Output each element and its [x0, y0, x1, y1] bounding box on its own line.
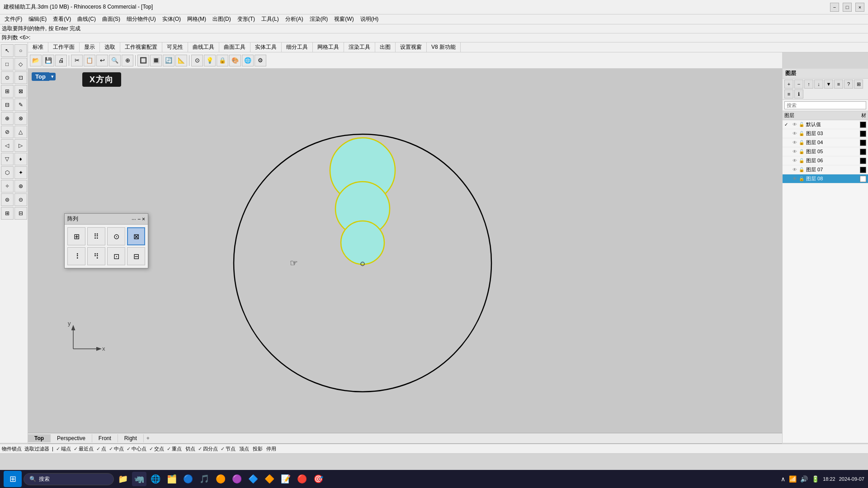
taskbar-app-4[interactable]: 🔶 [262, 472, 277, 486]
layer-lock-2[interactable]: 🔓 [799, 140, 804, 145]
left-toolbar-btn-19[interactable]: ✦ [14, 166, 27, 179]
taskbar-app-rhino[interactable]: 🦏 [132, 472, 146, 486]
tray-chevron[interactable]: ∧ [781, 475, 785, 483]
layer-item-0[interactable]: ✓👁🔓默认值 [783, 120, 868, 129]
tab-11[interactable]: 渲染工具 [344, 42, 375, 52]
start-button[interactable]: ⊞ [4, 471, 22, 487]
toolbar-btn-4[interactable]: 📋 [84, 55, 95, 66]
menu-item-U[interactable]: 细分物件(U) [124, 14, 159, 24]
main-viewport[interactable]: Top ▾ X方向 x y 阵列 ··· [28, 69, 782, 443]
layer-add-button[interactable]: + [784, 80, 793, 89]
bottom-tab-right[interactable]: Right [118, 434, 144, 442]
array-btn-6[interactable]: ⊡ [107, 247, 125, 265]
left-toolbar-btn-2[interactable]: □ [1, 58, 14, 70]
tab-0[interactable]: 标准 [28, 42, 48, 52]
toolbar-btn-8[interactable]: 🔲 [137, 55, 149, 66]
layer-lock-0[interactable]: 🔓 [799, 122, 804, 127]
taskbar-app-ae[interactable]: 🟣 [230, 472, 244, 486]
layer-lock-1[interactable]: 🔓 [799, 131, 804, 136]
snap-item-3[interactable]: ✓中点 [109, 446, 124, 452]
toolbar-btn-1[interactable]: 💾 [42, 55, 54, 66]
layer-color-4[interactable] [860, 158, 866, 164]
tab-5[interactable]: 可见性 [162, 42, 188, 52]
taskbar-app-3[interactable]: 🔷 [246, 472, 260, 486]
left-toolbar-btn-20[interactable]: ✧ [1, 180, 14, 192]
array-btn-7[interactable]: ⊟ [127, 247, 145, 265]
bottom-tab-front[interactable]: Front [92, 434, 118, 442]
left-toolbar-btn-16[interactable]: ▽ [1, 153, 14, 165]
toolbar-btn-5[interactable]: ↩ [96, 55, 108, 66]
taskbar-app-edge[interactable]: 🌐 [148, 472, 163, 486]
left-toolbar-btn-23[interactable]: ⊝ [14, 193, 27, 206]
left-toolbar-btn-13[interactable]: △ [14, 126, 27, 138]
bottom-tab-perspective[interactable]: Perspective [51, 434, 92, 442]
snap-item-5[interactable]: ✓交点 [149, 446, 164, 452]
left-toolbar-btn-21[interactable]: ⊛ [14, 180, 27, 192]
array-btn-4[interactable]: ⠸ [67, 247, 85, 265]
layer-visibility-4[interactable]: 👁 [793, 158, 797, 163]
array-btn-1[interactable]: ⠿ [87, 227, 105, 245]
left-toolbar-btn-15[interactable]: ▷ [14, 139, 27, 152]
menu-item-A[interactable]: 分析(A) [283, 14, 306, 24]
toolbar-btn-12[interactable]: ⊙ [191, 55, 203, 66]
layer-color-2[interactable] [860, 140, 866, 146]
snap-item-10[interactable]: 顶点 [238, 446, 249, 452]
left-toolbar-btn-14[interactable]: ◁ [1, 139, 14, 152]
array-btn-0[interactable]: ⊞ [67, 227, 85, 245]
array-dialog-minimize[interactable]: − [137, 216, 141, 222]
tray-volume[interactable]: 🔊 [800, 475, 808, 483]
snap-item-0[interactable]: ✓端点 [56, 446, 71, 452]
layer-item-3[interactable]: 👁🔓图层 05 [783, 147, 868, 156]
layer-lock-4[interactable]: 🔓 [799, 158, 804, 163]
layer-color-3[interactable] [860, 149, 866, 155]
snap-item-11[interactable]: 投影 [252, 446, 263, 452]
left-toolbar-btn-10[interactable]: ⊕ [1, 112, 14, 125]
viewport-name-button[interactable]: Top [32, 72, 49, 81]
taskbar-app-files[interactable]: 📁 [116, 472, 130, 486]
menu-item-L[interactable]: 工具(L) [259, 14, 282, 24]
taskbar-app-explorer[interactable]: 🗂️ [165, 472, 179, 486]
layer-grid-button[interactable]: ⊞ [854, 80, 863, 89]
bottom-tab-top[interactable]: Top [28, 434, 51, 442]
left-toolbar-btn-9[interactable]: ✎ [14, 99, 27, 111]
array-btn-5[interactable]: ⠻ [87, 247, 105, 265]
taskbar-app-store[interactable]: 🔵 [181, 472, 195, 486]
toolbar-btn-15[interactable]: 🎨 [229, 55, 241, 66]
tray-battery[interactable]: 🔋 [811, 475, 819, 483]
tab-2[interactable]: 显示 [80, 42, 100, 52]
toolbar-btn-7[interactable]: ⊕ [122, 55, 133, 66]
layer-visibility-5[interactable]: 👁 [793, 167, 797, 172]
menu-item-S[interactable]: 曲面(S) [99, 14, 123, 24]
toolbar-btn-17[interactable]: ⚙ [255, 55, 266, 66]
maximize-button[interactable]: □ [843, 3, 852, 12]
toolbar-btn-6[interactable]: 🔍 [109, 55, 121, 66]
toolbar-btn-14[interactable]: 🔒 [217, 55, 228, 66]
tab-4[interactable]: 工作视窗配置 [120, 42, 162, 52]
snap-item-6[interactable]: ✓重点 [167, 446, 182, 452]
toolbar-btn-0[interactable]: 📂 [30, 55, 42, 66]
command-bar-2[interactable]: 阵列数 <6>: [0, 33, 868, 42]
left-toolbar-btn-24[interactable]: ⊞ [1, 207, 14, 220]
tab-3[interactable]: 选取 [100, 42, 120, 52]
array-dialog-close[interactable]: × [142, 216, 145, 222]
layer-item-6[interactable]: 👁🔓图层 08 [783, 174, 868, 183]
toolbar-btn-13[interactable]: 💡 [204, 55, 216, 66]
layer-up-button[interactable]: ↑ [804, 80, 813, 89]
snap-item-2[interactable]: ✓点 [96, 446, 106, 452]
layer-delete-button[interactable]: − [794, 80, 803, 89]
layer-item-2[interactable]: 👁🔓图层 04 [783, 138, 868, 147]
menu-item-O[interactable]: 实体(O) [160, 14, 184, 24]
layer-filter-button[interactable]: ▼ [824, 80, 833, 89]
taskbar-app-5[interactable]: 🔴 [295, 472, 309, 486]
left-toolbar-btn-12[interactable]: ⊘ [1, 126, 14, 138]
menu-item-V[interactable]: 查看(V) [50, 14, 74, 24]
taskbar-search[interactable]: 🔍 搜索 [24, 473, 114, 485]
tab-14[interactable]: V8 新功能 [427, 42, 461, 52]
tab-7[interactable]: 曲面工具 [219, 42, 250, 52]
viewport-menu-button[interactable]: ▾ [49, 73, 56, 80]
snap-item-1[interactable]: ✓最近点 [74, 446, 94, 452]
menu-item-D[interactable]: 出图(D) [210, 14, 234, 24]
tab-1[interactable]: 工作平面 [48, 42, 80, 52]
layer-down-button[interactable]: ↓ [814, 80, 823, 89]
left-toolbar-btn-11[interactable]: ⊗ [14, 112, 27, 125]
